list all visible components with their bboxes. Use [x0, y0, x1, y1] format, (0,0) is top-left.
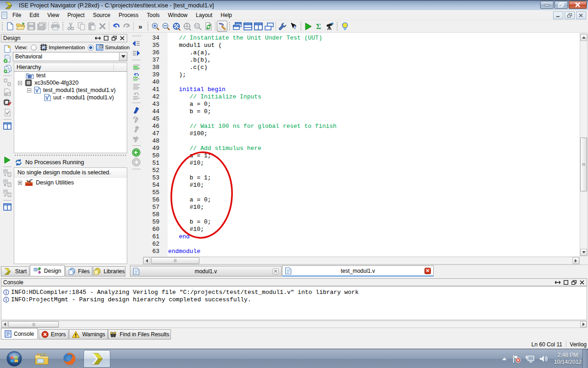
- nav-back-icon[interactable]: [131, 148, 142, 157]
- bookmark-prev-icon[interactable]: [131, 124, 142, 134]
- menu-source[interactable]: Source: [89, 11, 114, 20]
- minimize-button[interactable]: [540, 1, 554, 9]
- refresh-processes-icon[interactable]: [15, 159, 23, 166]
- show-desktop-button[interactable]: [582, 349, 588, 368]
- wrench-icon[interactable]: [277, 21, 288, 32]
- cascade-windows-icon[interactable]: [232, 21, 243, 32]
- next-marker-icon[interactable]: [131, 48, 142, 58]
- bookmark-clear-icon[interactable]: [131, 134, 142, 144]
- console-log-area[interactable]: INFO:HDLCompiler:1845 - Analyzing Verilo…: [1, 286, 587, 320]
- nav-forward-icon[interactable]: [131, 157, 142, 167]
- tree-item[interactable]: test: [14, 72, 127, 79]
- add-source-icon[interactable]: [2, 54, 13, 64]
- network-icon[interactable]: [525, 355, 535, 363]
- lines-green-undo-icon[interactable]: [131, 72, 142, 81]
- toolbar-overflow-icon[interactable]: »: [135, 21, 146, 32]
- editor-tab-modul1-v[interactable]: modul1.v✕: [130, 266, 282, 276]
- editor-tab-test_modul1-v[interactable]: test_modul1.v✕: [282, 265, 434, 276]
- console-restore-icon[interactable]: [571, 280, 577, 285]
- doc-check-icon[interactable]: [2, 108, 13, 118]
- prev-marker-icon[interactable]: [131, 39, 142, 48]
- tile-vertically-icon[interactable]: [253, 21, 264, 32]
- design-view-combo[interactable]: Behavioral: [13, 52, 127, 61]
- action-center-flag-icon[interactable]: [512, 354, 521, 363]
- menu-help[interactable]: Help: [216, 11, 236, 20]
- console-tab-console[interactable]: Console: [1, 328, 38, 339]
- tile-horizontally-icon[interactable]: [243, 21, 253, 32]
- console-close-icon[interactable]: [580, 280, 584, 285]
- chip-x-icon[interactable]: [2, 178, 13, 189]
- implementation-radio[interactable]: [31, 45, 37, 51]
- taskbar-clock[interactable]: 2:48 PM 10/14/2012: [554, 352, 582, 366]
- chip-pair-icon[interactable]: [2, 77, 13, 87]
- close-tab-icon[interactable]: ✕: [424, 268, 431, 274]
- tree-item[interactable]: Vtest_modul1 (test_modul1.v): [14, 86, 127, 94]
- hammer-toggle-icon[interactable]: [217, 21, 227, 32]
- cut-icon[interactable]: [65, 21, 76, 32]
- zoom-full-icon[interactable]: [171, 21, 182, 32]
- scroll-left-arrow[interactable]: [1, 321, 8, 328]
- sum-icon[interactable]: Σ: [314, 21, 324, 32]
- run-icon[interactable]: [303, 21, 314, 32]
- print-icon[interactable]: [50, 21, 61, 32]
- console-maximize-icon[interactable]: [564, 280, 568, 285]
- menu-window[interactable]: Window: [164, 11, 192, 20]
- menu-edit[interactable]: Edit: [25, 11, 43, 20]
- zoom-box-icon[interactable]: [182, 21, 192, 32]
- panel-tab-start[interactable]: Start: [1, 266, 29, 276]
- lines-gray-undo-icon[interactable]: [131, 91, 142, 101]
- doc-chip-icon[interactable]: [2, 87, 13, 98]
- menu-project[interactable]: Project: [63, 11, 89, 20]
- tree-item[interactable]: xc3s500e-4fg320: [14, 79, 127, 86]
- mdi-restore-button[interactable]: [565, 12, 575, 19]
- new-file-icon[interactable]: [5, 21, 15, 32]
- bookmark-toggle-icon[interactable]: [131, 105, 142, 115]
- split-columns-icon[interactable]: [2, 202, 13, 212]
- volume-icon[interactable]: [539, 355, 548, 363]
- add-copy-source-icon[interactable]: [2, 64, 13, 74]
- menu-tools[interactable]: Tools: [143, 11, 164, 20]
- delete-icon[interactable]: [97, 21, 107, 32]
- telescope-icon[interactable]: [324, 21, 335, 32]
- menu-process[interactable]: Process: [114, 11, 142, 20]
- hierarchy-column-header[interactable]: Hierarchy: [14, 63, 127, 72]
- scroll-left-arrow[interactable]: [143, 257, 150, 264]
- scroll-down-arrow[interactable]: [580, 249, 587, 256]
- editor-vertical-scrollbar[interactable]: [580, 34, 588, 256]
- taskbar-firefox[interactable]: [56, 350, 83, 368]
- console-tab-errors[interactable]: Errors: [39, 329, 68, 339]
- panel-tab-design[interactable]: Design: [30, 265, 65, 276]
- console-float-icon[interactable]: [555, 281, 560, 284]
- panel-splitter[interactable]: [14, 154, 127, 157]
- save-icon[interactable]: [26, 21, 36, 32]
- save-all-icon[interactable]: [36, 21, 47, 32]
- zoom-in-icon[interactable]: [150, 21, 161, 32]
- restore-button[interactable]: [554, 1, 568, 9]
- scroll-right-arrow[interactable]: [580, 321, 587, 328]
- zoom-selection-icon[interactable]: [192, 21, 203, 32]
- collapse-icon[interactable]: [18, 81, 22, 85]
- whats-this-help-icon[interactable]: ?: [288, 21, 299, 32]
- expand-icon[interactable]: [18, 181, 22, 185]
- paste-icon[interactable]: [86, 21, 97, 32]
- chip-check-icon[interactable]: [2, 98, 13, 108]
- process-item-design-utilities[interactable]: Design Utilities: [14, 178, 127, 188]
- chip-ok-icon[interactable]: [2, 189, 13, 199]
- lightbulb-icon[interactable]: [339, 21, 350, 32]
- console-tab-find-in-files-results[interactable]: Find in Files Results: [108, 329, 171, 339]
- taskbar-windows-explorer[interactable]: [28, 350, 55, 368]
- mdi-close-button[interactable]: [576, 12, 586, 19]
- menu-layout[interactable]: Layout: [192, 11, 216, 20]
- undo-icon[interactable]: [111, 21, 121, 32]
- show-hidden-icons-button[interactable]: [501, 356, 508, 361]
- panel-maximize-icon[interactable]: [104, 36, 108, 40]
- taskbar-ise-project-navigator[interactable]: [84, 350, 110, 368]
- split-columns-icon[interactable]: [2, 121, 13, 131]
- refresh-document-icon[interactable]: [203, 21, 214, 32]
- chip-down-icon[interactable]: [2, 168, 13, 178]
- open-file-icon[interactable]: [15, 21, 26, 32]
- menu-file[interactable]: File: [8, 11, 25, 20]
- console-horizontal-scrollbar[interactable]: [1, 321, 587, 328]
- panel-tab-libraries[interactable]: Libraries: [93, 266, 125, 276]
- scroll-up-arrow[interactable]: [580, 34, 587, 41]
